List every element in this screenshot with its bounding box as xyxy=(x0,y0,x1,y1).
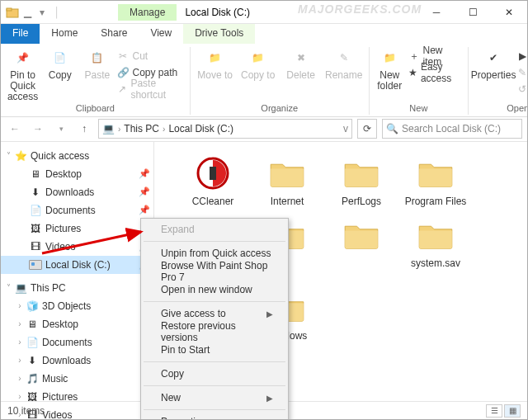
pin-icon: 📌 xyxy=(139,205,150,215)
menu-separator xyxy=(144,361,285,362)
breadcrumb-segment[interactable]: Local Disk (C:) xyxy=(168,123,233,134)
tree-this-pc[interactable]: ˅💻This PC xyxy=(1,279,153,297)
file-item[interactable]: Program Files xyxy=(400,153,471,207)
tab-file[interactable]: File xyxy=(1,24,40,44)
label: New xyxy=(161,392,181,403)
tree-item-desktop[interactable]: 🖥Desktop📌 xyxy=(1,165,153,183)
tree-item-documents[interactable]: ›📄Documents xyxy=(1,333,153,352)
tree-item-downloads[interactable]: ›⬇Downloads xyxy=(1,352,153,370)
close-button[interactable]: ✕ xyxy=(491,1,527,24)
documents-icon: 📄 xyxy=(26,336,39,349)
menu-item-properties[interactable]: Properties xyxy=(143,413,286,420)
label: Documents xyxy=(45,205,96,216)
edit-button[interactable]: ✎Edit xyxy=(516,65,528,80)
quick-access-toolbar: ▁ ▾ │ xyxy=(1,6,68,19)
ribbon-group-organize: 📁Move to 📁Copy to ✖Delete ✎Rename Organi… xyxy=(191,47,370,115)
copy-button[interactable]: 📄Copy xyxy=(43,49,77,81)
tree-item-music[interactable]: ›🎵Music xyxy=(1,370,153,388)
tree-item-3d-objects[interactable]: ›🧊3D Objects xyxy=(1,297,153,315)
tree-item-videos[interactable]: 🎞Videos📌 xyxy=(1,238,153,256)
icons-view-button[interactable]: ▦ xyxy=(504,404,521,418)
breadcrumb[interactable]: 💻 › This PC › Local Disk (C:) v xyxy=(98,119,352,139)
easy-access-button[interactable]: ★Easy access xyxy=(408,65,463,80)
chevron-right-icon[interactable]: › xyxy=(14,337,26,347)
chevron-right-icon[interactable]: › xyxy=(118,125,120,134)
copy-to-button[interactable]: 📁Copy to xyxy=(238,49,278,81)
paste-shortcut-button[interactable]: ↗Paste shortcut xyxy=(117,82,184,97)
label: Rename xyxy=(325,70,362,81)
menu-item-copy[interactable]: Copy xyxy=(143,365,286,383)
ribbon-tabs: File Home Share View Drive Tools xyxy=(1,24,527,44)
tab-share[interactable]: Share xyxy=(89,24,139,44)
address-dropdown-icon[interactable]: v xyxy=(343,123,348,134)
menu-separator xyxy=(144,409,285,410)
label: Desktop xyxy=(42,319,78,330)
minimize-button[interactable]: ─ xyxy=(418,1,455,24)
maximize-button[interactable]: ☐ xyxy=(455,1,491,24)
file-item[interactable] xyxy=(326,215,397,280)
chevron-right-icon[interactable]: › xyxy=(163,125,165,134)
file-item[interactable]: CCleaner xyxy=(177,153,248,207)
rename-button[interactable]: ✎Rename xyxy=(324,49,364,81)
cut-button[interactable]: ✂Cut xyxy=(117,49,184,64)
properties-qat-icon[interactable]: ▁ xyxy=(21,6,34,19)
open-button[interactable]: ▶Open xyxy=(516,49,528,64)
back-button[interactable]: ← xyxy=(6,120,24,138)
address-bar-row: ← → ▾ ↑ 💻 › This PC › Local Disk (C:) v … xyxy=(1,117,527,142)
menu-item-pin-to-start[interactable]: Pin to Start xyxy=(143,341,286,359)
label: Music xyxy=(42,373,68,385)
chevron-right-icon[interactable]: › xyxy=(14,374,26,383)
label: New folder xyxy=(375,70,405,92)
menu-separator xyxy=(144,385,285,386)
tree-item-local-disk-c-[interactable]: Local Disk (C:)📌 xyxy=(1,256,153,274)
details-view-button[interactable]: ☰ xyxy=(486,404,502,418)
paste-button[interactable]: 📋Paste xyxy=(80,49,114,81)
menu-item-browse-with-paint-shop-pro-7[interactable]: Browse With Paint Shop Pro 7 xyxy=(143,262,286,281)
chevron-right-icon[interactable]: › xyxy=(14,392,26,401)
forward-button[interactable]: → xyxy=(29,120,47,138)
folder-icon xyxy=(342,153,381,193)
pin-to-quick-access-button[interactable]: 📌Pin to Quick access xyxy=(6,49,40,103)
menu-item-new[interactable]: New▶ xyxy=(143,389,286,407)
chevron-right-icon[interactable]: › xyxy=(14,319,26,328)
move-to-button[interactable]: 📁Move to xyxy=(196,49,235,81)
chevron-down-icon[interactable]: ˅ xyxy=(2,283,14,292)
tree-item-desktop[interactable]: ›🖥Desktop xyxy=(1,315,153,333)
tab-home[interactable]: Home xyxy=(40,24,89,44)
label: Open in new window xyxy=(161,284,252,295)
new-folder-button[interactable]: 📁New folder xyxy=(375,49,405,92)
navigation-pane[interactable]: ˅⭐Quick access🖥Desktop📌⬇Downloads📌📄Docum… xyxy=(1,142,154,420)
qat-dropdown-icon[interactable]: ▾ xyxy=(35,6,49,19)
refresh-button[interactable]: ⟳ xyxy=(357,119,377,139)
3d-icon: 🧊 xyxy=(26,300,39,313)
label: Downloads xyxy=(45,186,94,198)
menu-item-restore-previous-versions[interactable]: Restore previous versions xyxy=(143,323,286,341)
tab-view[interactable]: View xyxy=(139,24,183,44)
chevron-right-icon[interactable]: › xyxy=(14,301,26,310)
folder-icon xyxy=(342,215,381,255)
chevron-down-icon[interactable]: ˅ xyxy=(2,151,14,160)
label: Pin to Start xyxy=(161,344,210,356)
delete-button[interactable]: ✖Delete xyxy=(281,49,321,81)
group-label: New xyxy=(409,103,427,113)
tab-drive-tools[interactable]: Drive Tools xyxy=(183,24,255,44)
breadcrumb-segment[interactable]: This PC xyxy=(124,123,159,134)
search-input[interactable]: 🔍 Search Local Disk (C:) xyxy=(382,119,522,139)
tree-quick-access[interactable]: ˅⭐Quick access xyxy=(1,147,153,165)
menu-item-open-in-new-window[interactable]: Open in new window xyxy=(143,281,286,299)
file-item[interactable]: PerfLogs xyxy=(326,153,397,207)
tree-item-documents[interactable]: 📄Documents📌 xyxy=(1,201,153,219)
properties-button[interactable]: ✔Properties xyxy=(474,49,513,81)
chevron-right-icon[interactable]: › xyxy=(14,356,26,365)
tree-item-pictures[interactable]: 🖼Pictures📌 xyxy=(1,219,153,238)
recent-dropdown-icon[interactable]: ▾ xyxy=(52,120,70,138)
tree-item-downloads[interactable]: ⬇Downloads📌 xyxy=(1,183,153,201)
file-item[interactable]: system.sav xyxy=(400,215,471,280)
folder-icon xyxy=(267,153,307,193)
up-button[interactable]: ↑ xyxy=(75,120,93,138)
history-icon: ↺ xyxy=(516,83,528,95)
file-item[interactable]: Internet xyxy=(252,153,323,207)
context-menu: ExpandUnpin from Quick accessBrowse With… xyxy=(140,218,289,420)
desktop-icon: 🖥 xyxy=(29,168,42,181)
history-button[interactable]: ↺History xyxy=(516,82,528,97)
